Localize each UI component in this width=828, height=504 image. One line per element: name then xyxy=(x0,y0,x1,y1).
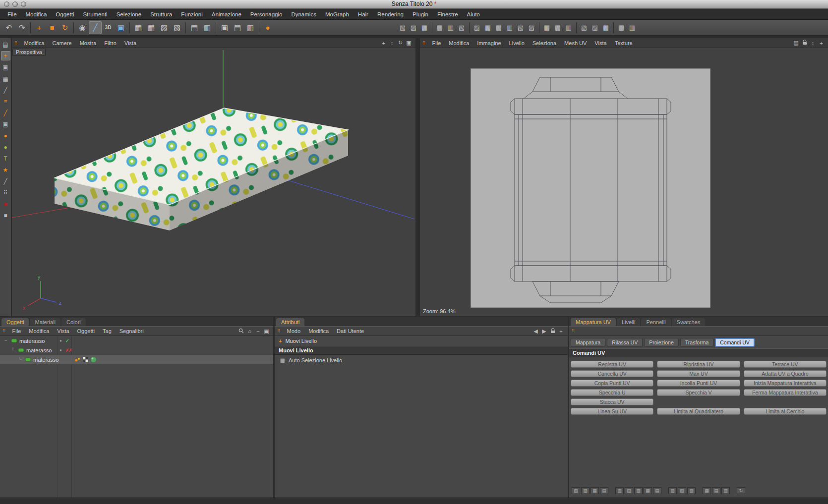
uv-toolbar-icon-19[interactable]: ▤ xyxy=(616,22,627,33)
subtab-proiezione[interactable]: Proiezione xyxy=(644,338,679,347)
red-swatch-icon[interactable]: ■ xyxy=(1,199,10,209)
undo-icon[interactable]: ↶ xyxy=(2,21,15,34)
uv-toolbar-icon-4[interactable]: ▤ xyxy=(434,22,445,33)
menu-oggetti[interactable]: Oggetti xyxy=(51,11,78,17)
tab-colori[interactable]: Colori xyxy=(61,318,86,326)
layer-dot-icon[interactable]: ● xyxy=(59,348,62,352)
paint-3d-icon[interactable]: 3D xyxy=(102,21,115,34)
uv-menu-livello[interactable]: Livello xyxy=(505,40,529,46)
uv-toolbar-icon-7[interactable]: ▨ xyxy=(472,22,482,33)
uv-toolbar-icon-12[interactable]: ▨ xyxy=(526,22,537,33)
tree-row-materasso-1[interactable]: − materasso ● ✓ xyxy=(0,336,273,345)
uv-toolbar-icon-2[interactable]: ▨ xyxy=(408,22,419,33)
uv-strip-icon-15[interactable]: ▥ xyxy=(721,487,730,494)
rotate-tool-icon[interactable]: ↻ xyxy=(59,21,71,34)
home-icon[interactable]: ⌂ xyxy=(245,328,254,334)
uv-strip-icon-11[interactable]: ▧ xyxy=(678,487,686,494)
attr-menu-modo[interactable]: Modo xyxy=(283,328,305,334)
minimize-button[interactable] xyxy=(12,1,18,7)
tab-oggetti[interactable]: Oggetti xyxy=(1,318,29,326)
text-tool-icon[interactable]: T xyxy=(1,154,10,163)
cancella-uv-button[interactable]: Cancella UV xyxy=(571,370,653,377)
viewport-pan-icon[interactable]: + xyxy=(379,40,388,46)
uv-strip-icon-3[interactable]: ▦ xyxy=(591,487,599,494)
uv-toolbar-icon-13[interactable]: ▦ xyxy=(541,22,552,33)
select-mask-points-icon[interactable]: ▦ xyxy=(132,21,145,34)
uv-toolbar-icon-14[interactable]: ▤ xyxy=(552,22,563,33)
menu-hair[interactable]: Hair xyxy=(354,11,373,17)
panel-handle-icon[interactable]: ⠿ xyxy=(277,329,280,334)
menu-personaggio[interactable]: Personaggio xyxy=(246,11,287,17)
linea-su-uv-button[interactable]: Linea Su UV xyxy=(571,408,653,415)
subtab-trasforma[interactable]: Trasforma xyxy=(680,338,713,347)
histogram-icon[interactable]: ▤ xyxy=(792,40,800,46)
viewport-rotate-icon[interactable]: ↻ xyxy=(396,40,405,46)
obj-menu-file[interactable]: File xyxy=(8,328,25,334)
search-icon[interactable] xyxy=(237,328,245,335)
uv-menu-seleziona[interactable]: Seleziona xyxy=(529,40,560,46)
uv-canvas[interactable] xyxy=(471,69,710,307)
pen-tool-icon[interactable]: ╱ xyxy=(1,176,10,186)
viewport-maximize-icon[interactable]: ▣ xyxy=(405,40,413,46)
enabled-check-icon[interactable]: ✓ xyxy=(65,338,69,343)
history-back-icon[interactable]: ◀ xyxy=(532,328,540,335)
uv-canvas-area[interactable]: Zoom: 96.4% xyxy=(420,48,828,316)
menu-file[interactable]: File xyxy=(3,11,21,17)
move-layer-tool-icon[interactable]: + xyxy=(1,51,10,60)
vp-menu-filtro[interactable]: Filtro xyxy=(100,40,120,46)
scale-tool-icon[interactable]: ■ xyxy=(46,21,59,34)
lock-icon[interactable] xyxy=(548,328,557,335)
projection-paint-icon[interactable]: ▣ xyxy=(115,21,127,34)
inizia-mappatura-interattiva-button[interactable]: Inizia Mappatura Interattiva xyxy=(744,380,827,387)
uv-toolbar-icon-17[interactable]: ▨ xyxy=(590,22,600,33)
uv-toolbar-icon-8[interactable]: ▦ xyxy=(482,22,493,33)
uv-toolbar-icon-5[interactable]: ▥ xyxy=(445,22,456,33)
uv-toolbar-icon-10[interactable]: ▥ xyxy=(504,22,515,33)
layout-single-icon[interactable]: ▣ xyxy=(218,21,231,34)
tab-pennelli[interactable]: Pennelli xyxy=(641,318,670,326)
object-name[interactable]: materasso xyxy=(26,347,52,353)
move-tool-icon[interactable]: + xyxy=(33,21,46,34)
menu-aiuto[interactable]: Aiuto xyxy=(463,11,484,17)
registra-uv-button[interactable]: Registra UV xyxy=(571,361,653,368)
stacca-uv-button[interactable]: Stacca UV xyxy=(571,398,653,405)
redo-icon[interactable]: ↷ xyxy=(15,21,28,34)
uv-toolbar-icon-18[interactable]: ▦ xyxy=(600,22,611,33)
tree-row-materasso-3[interactable]: └ materasso xyxy=(0,355,273,364)
drop-tool-icon[interactable]: ● xyxy=(1,131,10,140)
limita-al-quadrilatero-button[interactable]: Limita al Quadrilatero xyxy=(657,408,740,415)
uv-toolbar-icon-9[interactable]: ▤ xyxy=(493,22,504,33)
subtab-mappatura[interactable]: Mappatura xyxy=(571,338,605,347)
uv-strip-icon-7[interactable]: ▨ xyxy=(634,487,643,494)
uv-toolbar-icon-20[interactable]: ▥ xyxy=(627,22,638,33)
subtab-rilassa-uv[interactable]: Rilassa UV xyxy=(607,338,643,347)
material-tag-icon[interactable] xyxy=(90,356,97,363)
lock-icon[interactable] xyxy=(800,40,809,46)
copia-punti-uv-button[interactable]: Copia Punti UV xyxy=(571,380,653,387)
pan-icon[interactable]: + xyxy=(817,40,826,46)
add-panel-icon[interactable]: + xyxy=(557,328,565,334)
perspective-canvas[interactable]: Prospettiva xyxy=(12,48,415,316)
gray-swatch-icon[interactable]: ■ xyxy=(1,211,10,220)
layout-grid-icon[interactable]: ▤ xyxy=(1,40,10,49)
render-settings-icon[interactable]: ● xyxy=(261,21,274,34)
select-mask-uv-icon[interactable]: ▧ xyxy=(171,21,183,34)
obj-menu-segnalibri[interactable]: Segnalibri xyxy=(116,328,148,334)
menu-modifica[interactable]: Modifica xyxy=(21,11,52,17)
incolla-punti-uv-button[interactable]: Incolla Punti UV xyxy=(657,380,740,387)
uv-strip-icon-12[interactable]: ▨ xyxy=(687,487,696,494)
uv-strip-icon-16[interactable]: ↻ xyxy=(737,487,745,494)
tool-section-header[interactable]: Muovi Livello xyxy=(275,346,568,355)
scroll-icon[interactable]: ↕ xyxy=(809,40,817,46)
uv-strip-icon-10[interactable]: ▥ xyxy=(668,487,677,494)
uv-toolbar-icon-11[interactable]: ▧ xyxy=(515,22,526,33)
uv-strip-icon-6[interactable]: ▧ xyxy=(625,487,633,494)
chart-icon[interactable]: ▥ xyxy=(201,21,214,34)
close-button[interactable] xyxy=(4,1,9,7)
uv-menu-texture[interactable]: Texture xyxy=(611,40,637,46)
uv-strip-icon-8[interactable]: ▦ xyxy=(644,487,652,494)
menu-rendering[interactable]: Rendering xyxy=(373,11,408,17)
attr-menu-dati-utente[interactable]: Dati Utente xyxy=(333,328,368,334)
menu-animazione[interactable]: Animazione xyxy=(207,11,246,17)
menu-selezione[interactable]: Selezione xyxy=(112,11,146,17)
